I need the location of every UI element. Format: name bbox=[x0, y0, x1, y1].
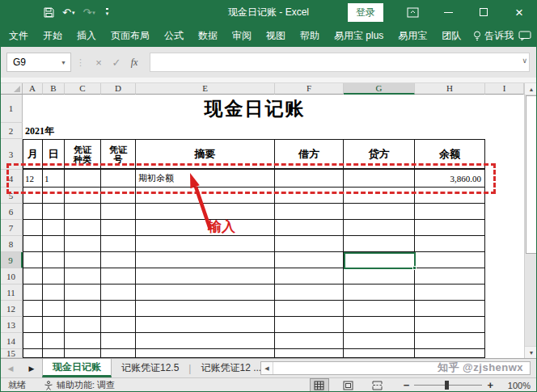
page-layout-view-button[interactable] bbox=[339, 378, 358, 392]
empty-cell[interactable] bbox=[65, 285, 101, 301]
empty-cell[interactable] bbox=[65, 333, 101, 349]
empty-cell[interactable] bbox=[275, 204, 344, 220]
empty-cell[interactable] bbox=[101, 333, 136, 349]
empty-cell[interactable] bbox=[275, 236, 344, 252]
row-header-6[interactable]: 6 bbox=[0, 204, 23, 220]
tell-me-button[interactable]: 告诉我 bbox=[468, 24, 518, 47]
row-header-14[interactable]: 14 bbox=[0, 333, 23, 349]
prev-sheet-button[interactable]: ◀ bbox=[0, 359, 21, 377]
empty-cell[interactable] bbox=[344, 349, 415, 358]
empty-cell[interactable] bbox=[43, 220, 65, 236]
tab-page-layout[interactable]: 页面布局 bbox=[104, 24, 157, 47]
empty-cell[interactable] bbox=[101, 268, 136, 285]
empty-cell[interactable] bbox=[65, 188, 101, 204]
column-header-f[interactable]: F bbox=[275, 83, 344, 95]
empty-cell[interactable] bbox=[275, 252, 344, 268]
empty-cell[interactable] bbox=[344, 285, 415, 301]
empty-cell[interactable] bbox=[415, 268, 485, 285]
empty-cell[interactable] bbox=[344, 220, 415, 236]
empty-cell[interactable] bbox=[344, 317, 415, 333]
empty-cell[interactable] bbox=[415, 349, 485, 358]
tab-yiyongbao[interactable]: 易用宝 bbox=[391, 24, 434, 47]
tab-insert[interactable]: 插入 bbox=[70, 24, 104, 47]
tab-review[interactable]: 审阅 bbox=[225, 24, 259, 47]
cell-balance[interactable]: 3,860.00 bbox=[415, 170, 485, 188]
empty-cell[interactable] bbox=[344, 204, 415, 220]
zoom-slider[interactable] bbox=[414, 378, 482, 392]
zoom-in-button[interactable]: + bbox=[482, 379, 498, 391]
empty-cell[interactable] bbox=[65, 317, 101, 333]
empty-cell[interactable] bbox=[101, 204, 136, 220]
empty-cell[interactable] bbox=[415, 252, 485, 268]
next-sheet-button[interactable]: ▶ bbox=[21, 359, 42, 377]
save-button[interactable] bbox=[40, 6, 57, 19]
cell-debit[interactable] bbox=[275, 170, 344, 188]
empty-cell[interactable] bbox=[415, 285, 485, 301]
insert-function-button[interactable]: fx bbox=[125, 53, 143, 71]
empty-cell[interactable] bbox=[101, 188, 136, 204]
name-box-dropdown-icon[interactable]: ▼ bbox=[61, 60, 70, 65]
redo-button[interactable]: ↷▾ bbox=[79, 6, 98, 19]
column-header-a[interactable]: A bbox=[23, 83, 43, 95]
row-header-15[interactable]: 15 bbox=[0, 349, 23, 358]
row-header-7[interactable]: 7 bbox=[0, 220, 23, 236]
empty-cell[interactable] bbox=[415, 317, 485, 333]
empty-cell[interactable] bbox=[101, 285, 136, 301]
empty-cell[interactable] bbox=[23, 301, 43, 317]
empty-cell[interactable] bbox=[136, 204, 275, 220]
column-header-b[interactable]: B bbox=[43, 83, 65, 95]
empty-cell[interactable] bbox=[275, 301, 344, 317]
sheet-tab-cash-journal[interactable]: 现金日记账 bbox=[42, 359, 112, 377]
cell-voucher-type[interactable] bbox=[65, 170, 101, 188]
empty-cell[interactable] bbox=[43, 317, 65, 333]
empty-cell[interactable] bbox=[43, 333, 65, 349]
column-header-g[interactable]: G bbox=[344, 83, 415, 95]
tab-view[interactable]: 视图 bbox=[259, 24, 293, 47]
name-box[interactable]: ▼ bbox=[6, 53, 71, 72]
login-button[interactable]: 登录 bbox=[348, 3, 383, 22]
empty-cell[interactable] bbox=[23, 285, 43, 301]
page-break-view-button[interactable] bbox=[368, 378, 387, 392]
empty-cell[interactable] bbox=[65, 204, 101, 220]
empty-cell[interactable] bbox=[344, 268, 415, 285]
scroll-up-button[interactable]: ▲ bbox=[525, 83, 537, 95]
empty-cell[interactable] bbox=[65, 268, 101, 285]
row-header-1[interactable]: 1 bbox=[0, 95, 23, 123]
formula-input[interactable] bbox=[150, 53, 511, 71]
select-all-button[interactable] bbox=[0, 83, 23, 95]
row-header-8[interactable]: 8 bbox=[0, 236, 23, 252]
tab-yiyongbao-plus[interactable]: 易用宝 plus bbox=[327, 24, 391, 47]
ribbon-display-options-button[interactable] bbox=[395, 0, 430, 24]
empty-cell[interactable] bbox=[43, 285, 65, 301]
empty-cell[interactable] bbox=[43, 301, 65, 317]
comments-button[interactable] bbox=[518, 31, 531, 41]
cell-month[interactable]: 12 bbox=[23, 170, 43, 188]
row-header-11[interactable]: 11 bbox=[0, 285, 23, 301]
tab-home[interactable]: 开始 bbox=[36, 24, 70, 47]
empty-cell[interactable] bbox=[65, 349, 101, 358]
row-header-2[interactable]: 2 bbox=[0, 123, 23, 139]
empty-cell[interactable] bbox=[136, 349, 275, 358]
empty-cell[interactable] bbox=[101, 236, 136, 252]
empty-cell[interactable] bbox=[23, 236, 43, 252]
empty-cell[interactable] bbox=[43, 204, 65, 220]
spreadsheet-grid[interactable]: A B C D E F G H I 1 现金日记账 2 2021年 3 月 日 … bbox=[0, 83, 524, 358]
zoom-slider-thumb[interactable] bbox=[445, 381, 449, 390]
tab-help[interactable]: 帮助 bbox=[293, 24, 327, 47]
row-header-12[interactable]: 12 bbox=[0, 301, 23, 317]
empty-cell[interactable] bbox=[136, 285, 275, 301]
cell-summary[interactable]: 期初余额 bbox=[136, 170, 275, 188]
enter-button[interactable]: ✓ bbox=[108, 53, 125, 71]
row-header-4[interactable]: 4 bbox=[0, 170, 23, 188]
empty-cell[interactable] bbox=[136, 333, 275, 349]
empty-cell[interactable] bbox=[101, 252, 136, 268]
empty-cell[interactable] bbox=[23, 333, 43, 349]
empty-cell[interactable] bbox=[275, 349, 344, 358]
tab-data[interactable]: 数据 bbox=[191, 24, 225, 47]
name-box-input[interactable] bbox=[7, 57, 49, 68]
sheet-tab-voucher-12-5[interactable]: 记账凭证12.5 bbox=[112, 359, 188, 377]
empty-cell[interactable] bbox=[101, 317, 136, 333]
empty-cell[interactable] bbox=[415, 301, 485, 317]
maximize-button[interactable] bbox=[466, 0, 501, 24]
empty-cell[interactable] bbox=[23, 204, 43, 220]
